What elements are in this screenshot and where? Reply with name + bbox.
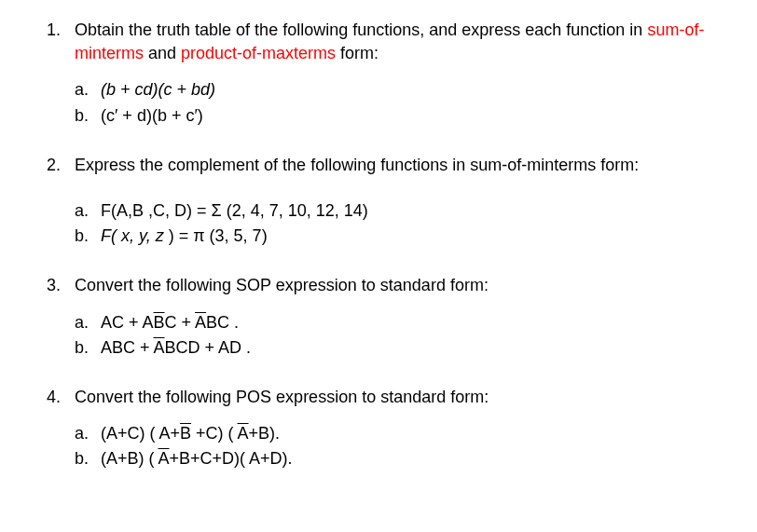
q3-b-letter: b. xyxy=(75,336,101,360)
q1-a-letter: a. xyxy=(75,78,101,102)
q1-text: Obtain the truth table of the following … xyxy=(75,19,710,65)
q3-b-p2: A xyxy=(154,338,165,357)
question-1-main: 1. Obtain the truth table of the followi… xyxy=(47,19,710,65)
q4-a-p2: B xyxy=(180,424,191,443)
q1-number: 1. xyxy=(47,19,75,65)
q4-b-text: (A+B) ( A+B+C+D)( A+D). xyxy=(101,447,293,471)
q3-text: Convert the following SOP expression to … xyxy=(75,274,710,297)
q4-item-b: b. (A+B) ( A+B+C+D)( A+D). xyxy=(75,447,710,471)
q2-a-letter: a. xyxy=(75,199,101,223)
q4-b-p3: +B+C+D)( A+D). xyxy=(170,449,293,468)
q4-b-p1: (A+B) ( xyxy=(101,449,158,468)
q4-a-text: (A+C) ( A+B +C) ( A+B). xyxy=(101,422,280,445)
q4-b-p2: A xyxy=(158,449,170,468)
q1-b-text: (c′ + d)(b + c′) xyxy=(101,104,203,128)
q4-a-p5: +B). xyxy=(249,424,281,443)
question-4: 4. Convert the following POS expression … xyxy=(47,386,710,471)
q1-a-text: (b + cd)(c + bd) xyxy=(101,78,215,102)
q2-b-suffix: ) = π (3, 5, 7) xyxy=(164,226,268,245)
q3-a-text: AC + ABC + ABC . xyxy=(101,311,239,334)
q4-number: 4. xyxy=(47,386,75,409)
q3-item-a: a. AC + ABC + ABC . xyxy=(75,311,710,334)
q1-red2: product-of-maxterms xyxy=(181,44,336,62)
question-3: 3. Convert the following SOP expression … xyxy=(47,274,710,360)
q1-text-mid: and xyxy=(144,44,181,62)
q4-item-a: a. (A+C) ( A+B +C) ( A+B). xyxy=(75,422,710,445)
q3-a-p1: AC + A xyxy=(101,313,154,332)
q2-b-letter: b. xyxy=(75,225,101,248)
q3-b-text: ABC + ABCD + AD . xyxy=(101,336,251,360)
q3-a-p4: A xyxy=(195,313,206,332)
q2-a-text: F(A,B ,C, D) = Σ (2, 4, 7, 10, 12, 14) xyxy=(101,199,368,223)
q1-text-end: form: xyxy=(336,44,378,62)
q3-number: 3. xyxy=(47,274,75,297)
q4-text: Convert the following POS expression to … xyxy=(75,386,710,409)
q3-item-b: b. ABC + ABCD + AD . xyxy=(75,336,710,360)
question-3-main: 3. Convert the following SOP expression … xyxy=(47,274,710,297)
q3-b-p3: BCD + AD . xyxy=(165,338,252,357)
q1-item-a: a. (b + cd)(c + bd) xyxy=(75,78,710,102)
q4-a-letter: a. xyxy=(75,422,101,445)
q3-a-p2: B xyxy=(154,313,165,332)
q2-b-text: F( x, y, z ) = π (3, 5, 7) xyxy=(101,225,268,248)
q2-b-prefix: F( x, y, z xyxy=(101,226,164,245)
q1-item-b: b. (c′ + d)(b + c′) xyxy=(75,104,710,128)
q3-a-p3: C + xyxy=(165,313,196,332)
q1-b-letter: b. xyxy=(75,104,101,128)
question-2-main: 2. Express the complement of the followi… xyxy=(47,154,710,177)
q4-a-p1: (A+C) ( A+ xyxy=(101,424,180,443)
q4-a-p4: A xyxy=(238,424,249,443)
q3-b-p1: ABC + xyxy=(101,338,154,357)
q2-item-b: b. F( x, y, z ) = π (3, 5, 7) xyxy=(75,225,710,248)
q4-a-p3: +C) ( xyxy=(191,424,238,443)
q2-item-a: a. F(A,B ,C, D) = Σ (2, 4, 7, 10, 12, 14… xyxy=(75,199,710,223)
question-1: 1. Obtain the truth table of the followi… xyxy=(47,19,710,128)
q2-number: 2. xyxy=(47,154,75,177)
q2-text: Express the complement of the following … xyxy=(75,154,710,177)
q3-a-letter: a. xyxy=(75,311,101,334)
q4-b-letter: b. xyxy=(75,447,101,471)
q3-a-p5: BC . xyxy=(206,313,239,332)
q1-text-p1: Obtain the truth table of the following … xyxy=(75,20,647,39)
question-4-main: 4. Convert the following POS expression … xyxy=(47,386,710,409)
question-2: 2. Express the complement of the followi… xyxy=(47,154,710,249)
